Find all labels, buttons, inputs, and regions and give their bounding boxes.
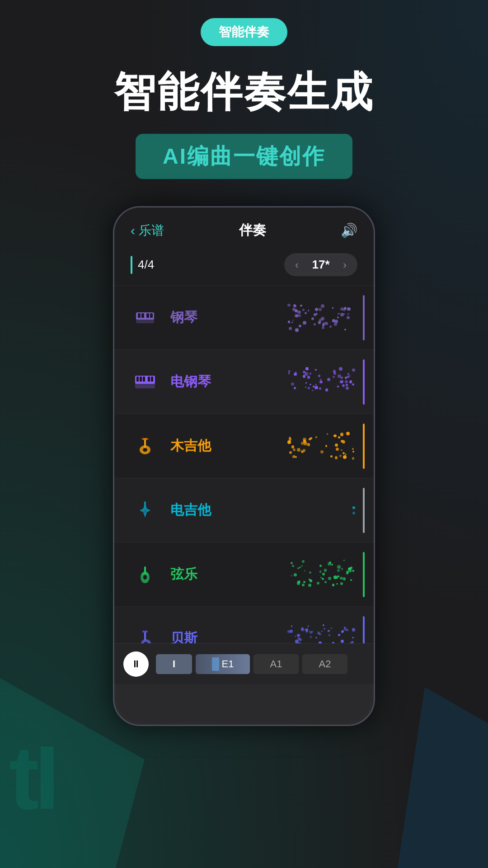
time-sig-bar: 4/4 ‹ 17* › (114, 249, 374, 285)
instrument-pattern-piano (238, 300, 358, 336)
instrument-indicator-strings (363, 552, 365, 597)
time-indicator: 4/4 (131, 256, 154, 274)
instrument-name-electric-guitar: 电吉他 (170, 501, 229, 519)
instrument-row-piano[interactable]: 钢琴 (114, 285, 374, 349)
top-tag: 智能伴奏 (201, 18, 287, 46)
svg-point-20 (143, 509, 147, 513)
instrument-icon-strings (131, 560, 160, 589)
pattern-dots-piano (286, 302, 358, 334)
track-segment-3[interactable]: A2 (302, 654, 347, 674)
pattern-dots-acoustic-guitar (286, 430, 358, 462)
phone-header: ‹ 乐谱 伴奏 🔊 (114, 208, 374, 249)
svg-rect-11 (148, 377, 150, 382)
pause-icon: ⏸ (131, 658, 141, 670)
instrument-pattern-acoustic-guitar (238, 428, 358, 464)
main-content: 智能伴奏 智能伴奏生成 AI编曲一键创作 ‹ 乐谱 伴奏 🔊 (0, 0, 488, 868)
instrument-icon-piano (131, 303, 160, 332)
svg-rect-23 (144, 566, 146, 574)
beat-number: 17* (310, 258, 332, 272)
instrument-row-bass[interactable]: 贝斯 (114, 606, 374, 643)
instrument-pattern-electric-guitar (238, 492, 358, 528)
screen-title: 伴奏 (239, 221, 266, 240)
instrument-indicator-electric-piano (363, 359, 365, 405)
back-chevron-icon: ‹ (131, 223, 135, 238)
back-label: 乐谱 (139, 222, 164, 239)
svg-rect-2 (138, 313, 141, 318)
svg-point-14 (143, 448, 147, 452)
instrument-row-acoustic-guitar[interactable]: 木吉他 (114, 414, 374, 478)
track-segment-2[interactable]: A1 (253, 654, 299, 674)
instrument-name-acoustic-guitar: 木吉他 (170, 437, 229, 455)
svg-point-22 (143, 575, 147, 580)
svg-rect-27 (142, 631, 148, 632)
instrument-indicator-acoustic-guitar (363, 424, 365, 469)
svg-rect-19 (144, 501, 146, 508)
instrument-icon-electric-guitar (131, 496, 160, 525)
time-bar-line (131, 256, 132, 274)
instrument-row-strings[interactable]: 弦乐 (114, 542, 374, 606)
instrument-icon-acoustic-guitar (131, 432, 160, 461)
instrument-indicator-electric-guitar (363, 488, 365, 533)
pattern-dots-electric-piano (286, 366, 358, 398)
phone-inner: ‹ 乐谱 伴奏 🔊 4/4 ‹ 17* › (114, 208, 374, 684)
instrument-list: 钢琴 电钢琴 木吉他 电吉他 (114, 285, 374, 643)
instrument-name-bass: 贝斯 (170, 629, 229, 643)
pattern-dots-strings (286, 559, 358, 590)
svg-point-17 (141, 438, 143, 440)
svg-rect-9 (140, 377, 142, 382)
time-signature: 4/4 (138, 258, 154, 272)
svg-rect-12 (151, 377, 153, 382)
subtitle-badge: AI编曲一键创作 (136, 134, 352, 179)
phone-mockup: ‹ 乐谱 伴奏 🔊 4/4 ‹ 17* › (113, 206, 375, 726)
beat-prev-button[interactable]: ‹ (295, 259, 299, 271)
svg-rect-10 (143, 377, 145, 382)
svg-point-18 (147, 438, 149, 440)
instrument-row-electric-guitar[interactable]: 电吉他 (114, 478, 374, 542)
instrument-pattern-bass (238, 621, 358, 644)
instrument-name-piano: 钢琴 (170, 308, 229, 327)
volume-icon[interactable]: 🔊 (341, 222, 357, 238)
instrument-pattern-electric-piano (238, 364, 358, 400)
instrument-icon-bass (131, 624, 160, 644)
track-segment-1[interactable]: E1 (196, 654, 250, 674)
play-pause-button[interactable]: ⏸ (123, 651, 149, 677)
back-button[interactable]: ‹ 乐谱 (131, 222, 164, 239)
instrument-icon-electric-piano (131, 368, 160, 396)
instrument-pattern-strings (238, 557, 358, 593)
svg-rect-8 (136, 377, 139, 382)
bottom-player-bar: ⏸ IE1A1A2 (114, 643, 374, 684)
beat-next-button[interactable]: › (343, 259, 347, 271)
pattern-dots-bass (286, 623, 358, 644)
svg-rect-4 (146, 313, 149, 318)
instrument-name-electric-piano: 电钢琴 (170, 373, 229, 391)
instrument-name-strings: 弦乐 (170, 565, 229, 584)
hero-title: 智能伴奏生成 (114, 64, 374, 120)
instrument-indicator-bass (363, 616, 365, 644)
track-segment-0[interactable]: I (156, 654, 192, 674)
phone-frame: ‹ 乐谱 伴奏 🔊 4/4 ‹ 17* › (113, 206, 375, 726)
svg-rect-5 (150, 313, 153, 318)
svg-rect-3 (141, 313, 144, 318)
instrument-indicator-piano (363, 295, 365, 340)
instrument-row-electric-piano[interactable]: 电钢琴 (114, 349, 374, 414)
beat-navigator[interactable]: ‹ 17* › (284, 253, 357, 276)
subtitle-text: AI编曲一键创作 (163, 144, 325, 168)
